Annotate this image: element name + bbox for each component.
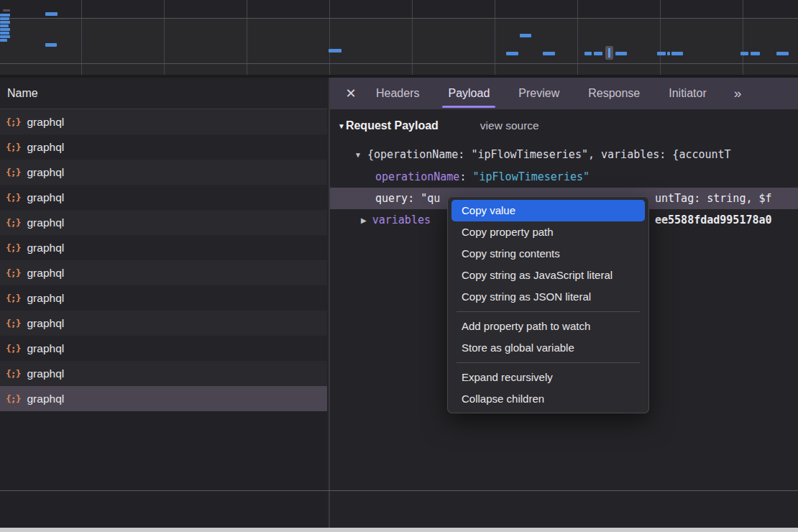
request-list-panel: Name {;}graphql{;}graphql{;}graphql{;}gr…	[0, 78, 327, 528]
payload-operationname-row[interactable]: operationName: "ipFlowTimeseries"	[330, 166, 798, 188]
json-braces-icon: {;}	[6, 368, 20, 379]
request-timing-bar	[506, 52, 518, 55]
network-request-row[interactable]: {;}graphql	[0, 109, 327, 134]
request-name-label: graphql	[27, 393, 64, 405]
request-timing-bar	[3, 9, 10, 12]
menu-item-copy-property-path[interactable]: Copy property path	[451, 221, 645, 243]
json-braces-icon: {;}	[6, 242, 20, 253]
tab-payload[interactable]: Payload	[448, 78, 490, 109]
request-name-label: graphql	[27, 116, 64, 129]
payload-root-row[interactable]: ▼{operationName: "ipFlowTimeseries", var…	[330, 144, 798, 165]
timeline-ruler-band	[0, 0, 798, 18]
network-request-row[interactable]: {;}graphql	[0, 285, 327, 311]
menu-item-add-property-path-to-watch[interactable]: Add property path to watch	[451, 316, 645, 337]
request-timing-bar	[0, 32, 9, 35]
context-menu: Copy valueCopy property pathCopy string …	[447, 196, 649, 413]
network-request-row[interactable]: {;}graphql	[0, 386, 327, 411]
request-timing-bar	[520, 34, 531, 37]
more-tabs-icon[interactable]: »	[734, 86, 740, 101]
json-braces-icon: {;}	[6, 192, 20, 203]
request-timing-bar	[657, 52, 666, 55]
request-timing-bar	[45, 43, 57, 47]
network-request-row[interactable]: {;}graphql	[0, 134, 327, 160]
request-name-label: graphql	[27, 191, 64, 204]
network-request-row[interactable]: {;}graphql	[0, 260, 327, 285]
property-key: operationName	[375, 170, 459, 183]
json-braces-icon: {;}	[6, 267, 20, 278]
request-name-label: graphql	[27, 141, 64, 154]
request-timing-bar	[543, 52, 555, 55]
request-payload-section-header: ▼ Request Payload view source	[338, 115, 539, 137]
request-timing-bar	[0, 14, 10, 17]
detail-tabs: HeadersPayloadPreviewResponseInitiator	[376, 78, 707, 109]
request-name-label: graphql	[27, 166, 64, 179]
json-braces-icon: {;}	[6, 393, 20, 404]
request-timing-bar	[584, 52, 592, 55]
timeline-hover-marker	[605, 46, 613, 60]
menu-item-collapse-children[interactable]: Collapse children	[451, 388, 645, 410]
query-property-text: query: "qu	[375, 192, 440, 205]
tab-response[interactable]: Response	[588, 78, 640, 109]
timeline-ruler-line	[0, 63, 798, 64]
request-timing-bar	[751, 52, 760, 55]
name-column-label: Name	[7, 87, 38, 100]
property-key: variables	[372, 214, 431, 226]
request-rows: {;}graphql{;}graphql{;}graphql{;}graphql…	[0, 109, 327, 411]
request-timing-bar	[0, 39, 7, 42]
request-name-label: graphql	[27, 292, 64, 305]
menu-item-store-as-global-variable[interactable]: Store as global variable	[451, 337, 645, 359]
tab-headers[interactable]: Headers	[376, 78, 419, 109]
footer-divider	[0, 490, 798, 491]
window-bottom-edge	[0, 528, 798, 532]
menu-item-copy-value[interactable]: Copy value	[451, 200, 645, 221]
timeline-overview[interactable]	[0, 0, 798, 75]
query-value-overflow-text: untTag: string, $f	[655, 188, 772, 209]
tab-preview[interactable]: Preview	[518, 78, 559, 109]
detail-tab-bar: ✕ HeadersPayloadPreviewResponseInitiator…	[330, 78, 798, 109]
menu-item-copy-string-as-javascript-literal[interactable]: Copy string as JavaScript literal	[451, 265, 645, 286]
view-source-link[interactable]: view source	[480, 119, 539, 132]
request-timing-bar	[776, 52, 789, 55]
request-name-label: graphql	[27, 317, 64, 330]
tab-initiator[interactable]: Initiator	[669, 78, 706, 109]
request-name-label: graphql	[27, 216, 64, 229]
network-request-row[interactable]: {;}graphql	[0, 361, 327, 386]
request-timing-bar	[0, 24, 9, 27]
json-braces-icon: {;}	[6, 343, 20, 354]
network-request-row[interactable]: {;}graphql	[0, 185, 327, 210]
request-name-label: graphql	[27, 242, 64, 254]
network-request-row[interactable]: {;}graphql	[0, 311, 327, 336]
menu-divider	[457, 362, 640, 363]
request-timing-bar	[0, 28, 10, 31]
menu-item-copy-string-as-json-literal[interactable]: Copy string as JSON literal	[451, 286, 645, 308]
request-timing-bar	[45, 12, 58, 16]
devtools-network-panel: Name {;}graphql{;}graphql{;}graphql{;}gr…	[0, 0, 798, 532]
request-timing-bar	[671, 52, 683, 55]
json-braces-icon: {;}	[6, 318, 20, 329]
json-braces-icon: {;}	[6, 293, 20, 303]
expand-triangle-icon[interactable]: ▼	[354, 151, 362, 159]
request-timing-bar	[740, 52, 748, 55]
request-name-label: graphql	[27, 267, 64, 280]
request-timing-bar	[615, 52, 627, 55]
network-request-row[interactable]: {;}graphql	[0, 160, 327, 185]
close-icon[interactable]: ✕	[344, 86, 357, 101]
timeline-ruler-line	[0, 18, 798, 19]
request-timing-bar	[0, 35, 10, 38]
menu-item-copy-string-contents[interactable]: Copy string contents	[451, 243, 645, 265]
network-request-row[interactable]: {;}graphql	[0, 210, 327, 235]
property-string-value: "ipFlowTimeseries"	[472, 170, 590, 183]
name-column-header[interactable]: Name	[0, 78, 327, 109]
request-timing-bar	[0, 17, 9, 20]
variables-value-overflow-text: ee5588fdad995178a0	[655, 209, 772, 231]
payload-root-preview: {operationName: "ipFlowTimeseries", vari…	[367, 148, 731, 161]
request-payload-title: Request Payload	[346, 119, 439, 132]
expand-triangle-icon[interactable]: ▶	[361, 216, 367, 224]
section-collapse-triangle-icon[interactable]: ▼	[338, 122, 345, 130]
menu-divider	[457, 311, 640, 312]
network-request-row[interactable]: {;}graphql	[0, 336, 327, 361]
key-value-separator: :	[459, 170, 472, 183]
request-name-label: graphql	[27, 342, 64, 355]
menu-item-expand-recursively[interactable]: Expand recursively	[451, 367, 645, 388]
network-request-row[interactable]: {;}graphql	[0, 235, 327, 260]
